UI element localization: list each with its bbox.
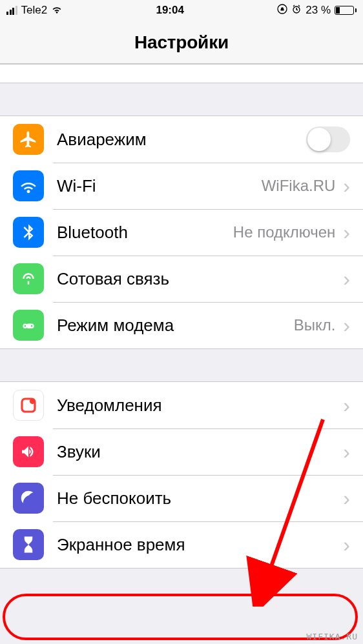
page-title: Настройки — [0, 32, 363, 53]
dnd-row[interactable]: Не беспокоить › — [0, 475, 363, 521]
sounds-row[interactable]: Звуки › — [0, 428, 363, 475]
chevron-right-icon: › — [343, 534, 350, 555]
airplane-mode-row[interactable]: Авиарежим — [0, 116, 363, 163]
carrier-label: Tele2 — [21, 4, 48, 17]
status-left: Tele2 — [6, 4, 63, 17]
cellular-label: Сотовая связь — [57, 269, 343, 289]
screentime-row[interactable]: Экранное время › — [0, 521, 363, 568]
airplane-icon — [13, 124, 44, 155]
bluetooth-label: Bluetooth — [57, 223, 233, 243]
notifications-label: Уведомления — [57, 396, 343, 416]
cellular-icon — [13, 263, 44, 294]
settings-group-connectivity: Авиарежим Wi-Fi WiFika.RU › Bluetooth Не… — [0, 116, 363, 349]
screentime-label: Экранное время — [57, 535, 343, 555]
notifications-icon — [13, 390, 44, 421]
dnd-icon — [13, 483, 44, 514]
header: Настройки — [0, 21, 363, 64]
wifi-label: Wi-Fi — [57, 176, 262, 196]
bluetooth-icon — [13, 217, 44, 248]
hotspot-value: Выкл. — [294, 316, 336, 334]
cellular-row[interactable]: Сотовая связь › — [0, 256, 363, 302]
settings-group-system: Уведомления › Звуки › Не беспокоить › Эк… — [0, 381, 363, 569]
time-label: 19:04 — [156, 4, 183, 17]
wifi-row[interactable]: Wi-Fi WiFika.RU › — [0, 163, 363, 209]
dnd-label: Не беспокоить — [57, 488, 343, 508]
wifi-icon — [51, 4, 63, 17]
chevron-right-icon: › — [343, 176, 350, 196]
chevron-right-icon: › — [343, 488, 350, 508]
bluetooth-value: Не подключен — [233, 223, 336, 241]
watermark: WIFIKA.RU — [307, 632, 358, 641]
chevron-right-icon: › — [343, 395, 350, 416]
status-bar: Tele2 19:04 23 % — [0, 0, 363, 21]
chevron-right-icon: › — [343, 268, 350, 289]
battery-percent: 23 % — [306, 4, 331, 17]
alarm-icon — [291, 4, 302, 17]
wifi-value: WiFika.RU — [262, 177, 336, 195]
wifi-icon — [13, 170, 44, 201]
chevron-right-icon: › — [343, 315, 350, 336]
sounds-icon — [13, 436, 44, 467]
toggle-thumb — [307, 128, 331, 151]
status-right: 23 % — [277, 4, 357, 17]
chevron-right-icon: › — [343, 441, 350, 462]
signal-icon — [6, 6, 17, 15]
search-row-peek[interactable] — [0, 64, 363, 83]
airplane-label: Авиарежим — [57, 130, 306, 150]
airplane-toggle[interactable] — [306, 126, 350, 152]
hotspot-icon — [13, 310, 44, 341]
sounds-label: Звуки — [57, 442, 343, 462]
chevron-right-icon: › — [343, 222, 350, 243]
hotspot-row[interactable]: Режим модема Выкл. › — [0, 302, 363, 348]
bluetooth-row[interactable]: Bluetooth Не подключен › — [0, 209, 363, 256]
notifications-row[interactable]: Уведомления › — [0, 382, 363, 428]
hotspot-label: Режим модема — [57, 316, 294, 336]
battery-icon — [335, 6, 357, 15]
svg-point-3 — [30, 398, 36, 404]
orientation-lock-icon — [277, 4, 287, 17]
screentime-icon — [13, 529, 44, 560]
annotation-highlight-ring — [3, 594, 358, 640]
